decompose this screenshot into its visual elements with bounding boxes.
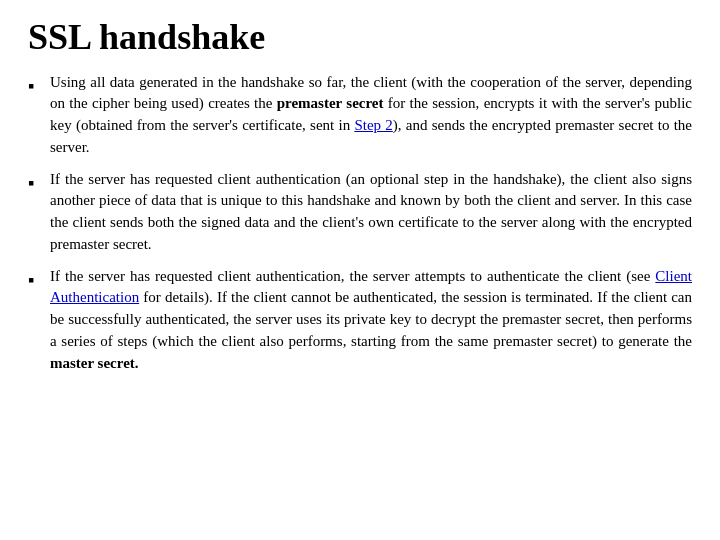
page: SSL handshake ▪ Using all data generated… (0, 0, 720, 540)
bullet-symbol-1: ▪ (28, 73, 50, 99)
bullet-symbol-3: ▪ (28, 267, 50, 293)
bold-premaster: premaster secret (277, 95, 384, 111)
bold-master-secret: master secret. (50, 355, 139, 371)
list-item: ▪ Using all data generated in the handsh… (28, 72, 692, 159)
bullet-text-2: If the server has requested client authe… (50, 169, 692, 256)
page-title: SSL handshake (28, 18, 692, 58)
list-item: ▪ If the server has requested client aut… (28, 169, 692, 256)
list-item: ▪ If the server has requested client aut… (28, 266, 692, 375)
step2-link[interactable]: Step 2 (354, 117, 392, 133)
bullet-list: ▪ Using all data generated in the handsh… (28, 72, 692, 375)
client-auth-link[interactable]: Client Authentication (50, 268, 692, 306)
bullet-symbol-2: ▪ (28, 170, 50, 196)
bullet-text-1: Using all data generated in the handshak… (50, 72, 692, 159)
bullet-text-3: If the server has requested client authe… (50, 266, 692, 375)
